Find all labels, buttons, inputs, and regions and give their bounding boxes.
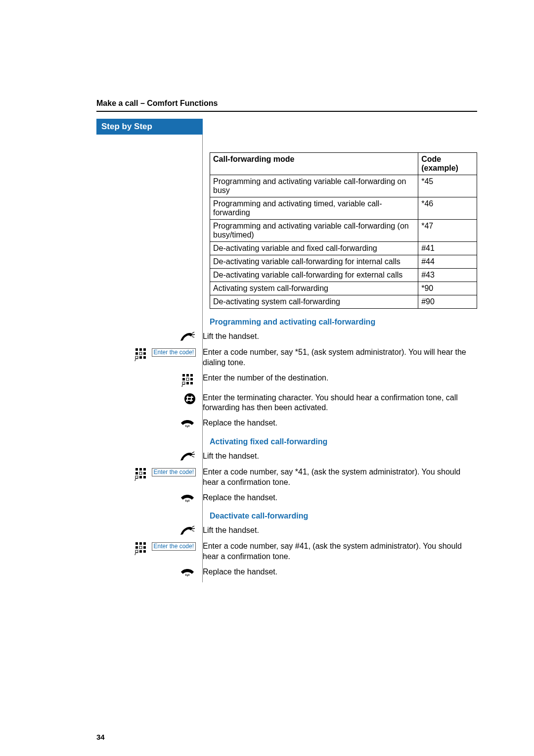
svg-rect-3 xyxy=(135,352,138,355)
svg-rect-13 xyxy=(190,378,193,380)
code-cell: #44 xyxy=(418,255,477,269)
table-row: Programming and activating variable call… xyxy=(210,220,477,242)
svg-rect-1 xyxy=(139,348,142,351)
manual-page: Make a call – Comfort Functions Step by … xyxy=(0,0,534,756)
svg-rect-23 xyxy=(135,468,138,471)
page-header: Make a call – Comfort Functions xyxy=(96,99,477,108)
step-text: Replace the handset. xyxy=(203,493,477,503)
mode-cell: De-activating variable and fixed call-fo… xyxy=(210,242,418,255)
svg-rect-29 xyxy=(143,476,146,478)
code-cell: *47 xyxy=(418,220,477,242)
lift-handset-icon xyxy=(179,525,196,536)
legend-enter-code: Enter the code! xyxy=(152,348,196,357)
table-row: De-activating variable and fixed call-fo… xyxy=(210,242,477,255)
svg-point-18 xyxy=(184,393,195,404)
code-cell: *46 xyxy=(418,197,477,220)
svg-rect-9 xyxy=(182,374,185,377)
mode-cell: De-activating variable call-forwarding f… xyxy=(210,255,418,269)
svg-rect-32 xyxy=(135,542,138,545)
mode-cell: Programming and activating variable call… xyxy=(210,175,418,197)
table-row: Activating system call-forwarding*90 xyxy=(210,282,477,295)
section-heading-activate-fixed: Activating fixed call-forwarding xyxy=(210,437,477,446)
table-row: De-activating system call-forwarding#90 xyxy=(210,295,477,309)
svg-rect-38 xyxy=(143,550,146,553)
step-text: Lift the handset. xyxy=(203,331,477,342)
svg-rect-24 xyxy=(139,468,142,471)
code-cell: *90 xyxy=(418,282,477,295)
svg-rect-28 xyxy=(139,476,142,478)
svg-rect-33 xyxy=(139,542,142,545)
content-column: Call-forwarding mode Code (example) Prog… xyxy=(210,135,477,582)
mode-cell: Programming and activating variable call… xyxy=(210,220,418,242)
keypad-icon xyxy=(134,541,149,556)
svg-rect-2 xyxy=(143,348,146,351)
svg-rect-4 xyxy=(143,352,146,355)
svg-rect-26 xyxy=(135,472,138,474)
svg-rect-30 xyxy=(139,472,142,474)
mode-cell: Programming and activating timed, variab… xyxy=(210,197,418,220)
mode-cell: Activating system call-forwarding xyxy=(210,282,418,295)
code-cell: #41 xyxy=(418,242,477,255)
table-row: Programming and activating variable call… xyxy=(210,175,477,197)
mode-cell: De-activating variable call-forwarding f… xyxy=(210,269,418,282)
step-text: Replace the handset. xyxy=(203,418,477,428)
legend-enter-code: Enter the code! xyxy=(152,542,196,551)
replace-handset-icon xyxy=(179,418,196,428)
header-rule xyxy=(96,111,477,112)
svg-rect-11 xyxy=(190,374,193,377)
step-text: Lift the handset. xyxy=(203,451,477,462)
replace-handset-icon xyxy=(179,493,196,503)
keypad-icon xyxy=(181,373,196,388)
step-by-step-box: Step by Step xyxy=(96,119,203,135)
svg-rect-16 xyxy=(186,378,189,380)
svg-rect-37 xyxy=(139,550,142,553)
code-cell: #43 xyxy=(418,269,477,282)
keypad-icon xyxy=(134,347,149,362)
hash-key-icon xyxy=(184,393,196,405)
page-number: 34 xyxy=(96,733,105,741)
keypad-icon xyxy=(134,467,149,482)
svg-rect-34 xyxy=(143,542,146,545)
svg-rect-10 xyxy=(186,374,189,377)
step-text: Replace the handset. xyxy=(203,567,477,577)
step-text: Enter a code number, say *41, (ask the s… xyxy=(203,467,477,488)
col-header-code: Code (example) xyxy=(418,153,477,175)
call-forwarding-table: Call-forwarding mode Code (example) Prog… xyxy=(210,152,477,309)
table-row: Programming and activating timed, variab… xyxy=(210,197,477,220)
code-cell: *45 xyxy=(418,175,477,197)
svg-rect-14 xyxy=(186,382,189,384)
step-text: Enter the terminating character. You sho… xyxy=(203,393,477,414)
svg-rect-25 xyxy=(143,468,146,471)
svg-rect-35 xyxy=(135,546,138,549)
section-heading-program-activate: Programming and activating call-forwardi… xyxy=(210,318,477,327)
lift-handset-icon xyxy=(179,331,196,342)
lift-handset-icon xyxy=(179,451,196,462)
step-text: Lift the handset. xyxy=(203,525,477,536)
legend-enter-code: Enter the code! xyxy=(152,468,196,476)
code-cell: #90 xyxy=(418,295,477,309)
svg-rect-0 xyxy=(135,348,138,351)
svg-rect-39 xyxy=(139,546,142,549)
svg-rect-6 xyxy=(143,356,146,359)
table-row: De-activating variable call-forwarding f… xyxy=(210,269,477,282)
step-text: Enter a code number, say #41, (ask the s… xyxy=(203,541,477,562)
step-text: Enter the number of the destination. xyxy=(203,373,477,383)
col-header-mode: Call-forwarding mode xyxy=(210,153,418,175)
svg-rect-7 xyxy=(139,352,142,355)
section-heading-deactivate: Deactivate call-forwarding xyxy=(210,512,477,520)
replace-handset-icon xyxy=(179,567,196,577)
mode-cell: De-activating system call-forwarding xyxy=(210,295,418,309)
svg-rect-12 xyxy=(182,378,185,380)
table-row: De-activating variable call-forwarding f… xyxy=(210,255,477,269)
svg-rect-5 xyxy=(139,356,142,359)
step-text: Enter a code number, say *51, (ask syste… xyxy=(203,347,477,368)
svg-rect-15 xyxy=(190,382,193,384)
svg-rect-27 xyxy=(143,472,146,474)
svg-rect-36 xyxy=(143,546,146,549)
